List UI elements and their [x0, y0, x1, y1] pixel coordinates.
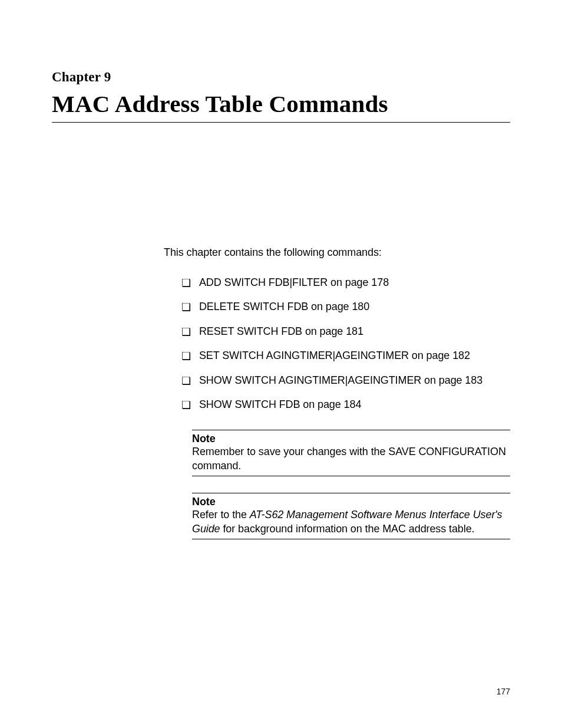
title-underline: [52, 122, 510, 123]
note-body: Remember to save your changes with the S…: [192, 445, 510, 473]
command-link[interactable]: RESET SWITCH FDB on page 181: [199, 325, 363, 338]
list-item: ❏ ADD SWITCH FDB|FILTER on page 178: [181, 276, 510, 290]
list-item: ❏ DELETE SWITCH FDB on page 180: [181, 301, 510, 314]
note-body: Refer to the AT-S62 Management Software …: [192, 508, 510, 536]
list-item: ❏ SHOW SWITCH FDB on page 184: [181, 398, 510, 412]
chapter-header: Chapter 9 MAC Address Table Commands: [52, 70, 510, 123]
command-link[interactable]: SHOW SWITCH AGINGTIMER|AGEINGTIMER on pa…: [199, 374, 482, 387]
list-item: ❏ SET SWITCH AGINGTIMER|AGEINGTIMER on p…: [181, 350, 510, 363]
page-number: 177: [497, 687, 510, 696]
checkbox-bullet-icon: ❏: [181, 398, 191, 412]
note-text: for background information on the MAC ad…: [220, 523, 475, 535]
command-link[interactable]: SHOW SWITCH FDB on page 184: [199, 398, 361, 411]
checkbox-bullet-icon: ❏: [181, 350, 191, 363]
body-content: This chapter contains the following comm…: [164, 246, 510, 539]
chapter-label: Chapter 9: [52, 70, 510, 85]
note-label: Note: [192, 496, 510, 508]
checkbox-bullet-icon: ❏: [181, 325, 191, 339]
command-list: ❏ ADD SWITCH FDB|FILTER on page 178 ❏ DE…: [181, 276, 510, 412]
list-item: ❏ SHOW SWITCH AGINGTIMER|AGEINGTIMER on …: [181, 374, 510, 388]
checkbox-bullet-icon: ❏: [181, 374, 191, 388]
note-text: Refer to the: [192, 509, 250, 521]
command-link[interactable]: ADD SWITCH FDB|FILTER on page 178: [199, 276, 389, 289]
checkbox-bullet-icon: ❏: [181, 301, 191, 314]
checkbox-bullet-icon: ❏: [181, 276, 191, 290]
command-link[interactable]: SET SWITCH AGINGTIMER|AGEINGTIMER on pag…: [199, 350, 470, 362]
document-page: Chapter 9 MAC Address Table Commands Thi…: [0, 0, 562, 728]
note-block: Note Remember to save your changes with …: [192, 430, 510, 476]
note-block: Note Refer to the AT-S62 Management Soft…: [192, 493, 510, 539]
list-item: ❏ RESET SWITCH FDB on page 181: [181, 325, 510, 339]
note-text: Remember to save your changes with the S…: [192, 446, 506, 471]
intro-text: This chapter contains the following comm…: [164, 246, 510, 259]
note-label: Note: [192, 433, 510, 445]
chapter-title: MAC Address Table Commands: [52, 90, 510, 121]
command-link[interactable]: DELETE SWITCH FDB on page 180: [199, 301, 369, 313]
